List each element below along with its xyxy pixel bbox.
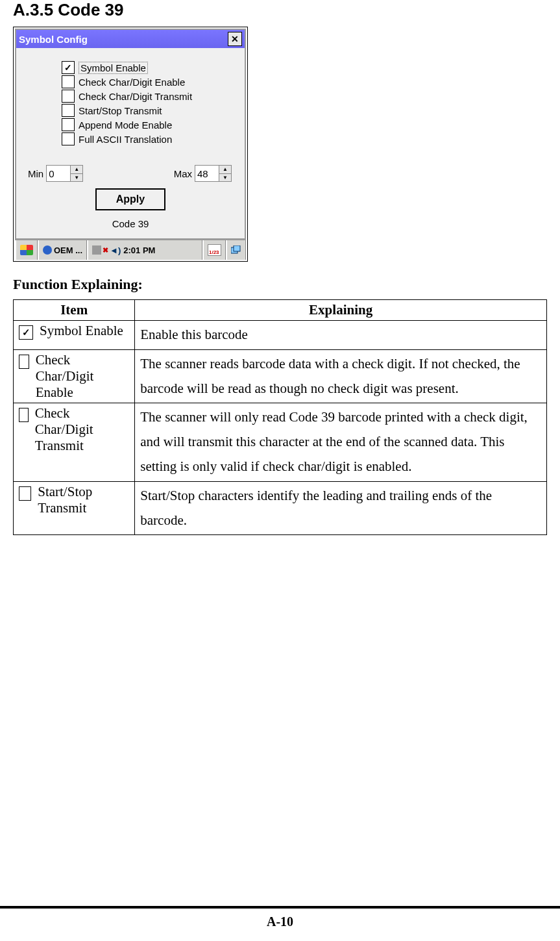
section-title: A.3.5 Code 39: [13, 0, 547, 20]
chevron-down-icon[interactable]: ▼: [219, 174, 231, 182]
taskbar-app-label: OEM ...: [54, 245, 82, 255]
checkbox-start-stop-transmit[interactable]: [62, 104, 75, 117]
checkbox-append-mode[interactable]: [62, 118, 75, 131]
option-label: Check Char/Digit Enable: [79, 77, 185, 88]
cascade-windows-icon: [231, 245, 241, 255]
function-explaining-heading: Function Explaining:: [13, 276, 547, 293]
option-row: Full ASCII Translation: [62, 132, 238, 145]
checkbox-check-char-transmit[interactable]: [62, 90, 75, 103]
min-spinner[interactable]: ▲ ▼: [70, 166, 82, 181]
taskbar-time: 2:01 PM: [123, 245, 155, 255]
svg-rect-1: [234, 245, 240, 251]
max-stepper[interactable]: 48 ▲ ▼: [195, 165, 232, 182]
row-item: Check Char/Digit Transmit: [35, 405, 130, 454]
max-label: Max: [174, 168, 192, 179]
app-icon: [43, 245, 52, 255]
table-row: ✓Symbol Enable Enable this barcode: [14, 321, 547, 350]
taskbar-calendar[interactable]: 1/23: [202, 240, 226, 260]
system-tray: ✖ ◄) 2:01 PM: [87, 240, 202, 260]
row-item: Symbol Enable: [40, 323, 123, 339]
tray-icon: [92, 245, 101, 255]
option-row: Check Char/Digit Enable: [62, 75, 238, 88]
dialog-titlebar: Symbol Config ✕: [16, 30, 245, 48]
apply-button[interactable]: Apply: [95, 188, 165, 210]
windows-flag-icon: [20, 245, 33, 255]
speaker-icon: ◄): [110, 245, 121, 255]
option-row: Check Char/Digit Transmit: [62, 90, 238, 103]
checkbox-check-char-enable[interactable]: [62, 75, 75, 88]
min-value: 0: [47, 168, 70, 179]
row-item: Check Char/Digit Enable: [36, 352, 130, 401]
network-disconnected-icon: ✖: [103, 246, 108, 255]
table-row: Check Char/Digit Transmit The scanner wi…: [14, 403, 547, 481]
taskbar-desktop[interactable]: [226, 240, 246, 260]
taskbar-app[interactable]: OEM ...: [38, 240, 87, 260]
row-explain: The scanner reads barcode data with a ch…: [135, 349, 547, 403]
min-stepper[interactable]: 0 ▲ ▼: [46, 165, 83, 182]
embedded-screenshot: Symbol Config ✕ ✓ Symbol Enable Check Ch…: [13, 27, 248, 262]
dialog-title: Symbol Config: [19, 34, 88, 45]
option-label: Check Char/Digit Transmit: [79, 91, 192, 102]
chevron-up-icon[interactable]: ▲: [219, 166, 231, 174]
table-row: Check Char/Digit Enable The scanner read…: [14, 349, 547, 403]
chevron-down-icon[interactable]: ▼: [71, 174, 82, 182]
row-check-icon: ✓: [19, 325, 33, 340]
function-table: Item Explaining ✓Symbol Enable Enable th…: [13, 299, 547, 535]
close-icon[interactable]: ✕: [228, 32, 242, 46]
option-row: Append Mode Enable: [62, 118, 238, 131]
max-spinner[interactable]: ▲ ▼: [219, 166, 231, 181]
chevron-up-icon[interactable]: ▲: [71, 166, 82, 174]
option-row: ✓ Symbol Enable: [62, 61, 238, 74]
calendar-icon: 1/23: [208, 244, 221, 256]
option-label: Append Mode Enable: [79, 119, 172, 131]
row-explain: The scanner will only read Code 39 barco…: [135, 403, 547, 481]
table-header-row: Item Explaining: [14, 300, 547, 321]
option-label: Start/Stop Transmit: [79, 105, 162, 116]
checkbox-full-ascii[interactable]: [62, 132, 75, 145]
row-check-icon: [19, 486, 31, 501]
row-explain: Start/Stop characters identify the leadi…: [135, 481, 547, 535]
table-header-explaining: Explaining: [135, 300, 547, 321]
page-rule: [0, 906, 560, 909]
row-explain: Enable this barcode: [135, 321, 547, 350]
symbol-config-dialog: Symbol Config ✕ ✓ Symbol Enable Check Ch…: [15, 29, 246, 240]
start-button[interactable]: [15, 240, 38, 260]
table-row: Start/Stop Transmit Start/Stop character…: [14, 481, 547, 535]
max-value: 48: [195, 168, 219, 179]
option-label: Full ASCII Translation: [79, 134, 172, 145]
page-number: A-10: [0, 914, 560, 929]
table-header-item: Item: [14, 300, 135, 321]
taskbar: OEM ... ✖ ◄) 2:01 PM 1/23: [15, 240, 246, 260]
row-check-icon: [19, 355, 29, 369]
row-check-icon: [19, 408, 29, 422]
min-label: Min: [28, 168, 43, 179]
row-item: Start/Stop Transmit: [38, 484, 129, 516]
checkbox-symbol-enable[interactable]: ✓: [62, 61, 75, 74]
dialog-footer-label: Code 39: [23, 214, 238, 234]
option-row: Start/Stop Transmit: [62, 104, 238, 117]
option-label: Symbol Enable: [79, 62, 148, 74]
